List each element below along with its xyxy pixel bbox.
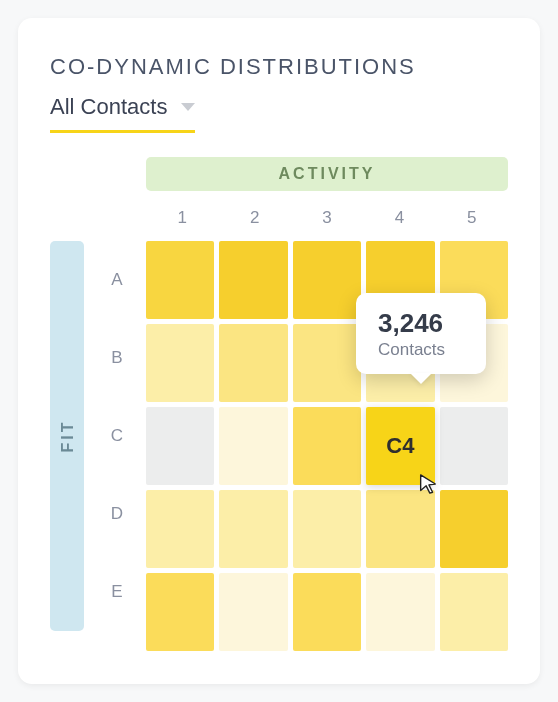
col-header: 5 [436,201,508,235]
heatmap-cell[interactable] [293,241,361,319]
heatmap-cell[interactable] [366,573,434,651]
row-header: D [94,475,140,553]
heatmap-cell[interactable] [146,573,214,651]
heatmap-cell[interactable] [440,573,508,651]
heatmap-cell[interactable] [219,573,287,651]
heatmap-cell[interactable] [219,407,287,485]
tooltip-label: Contacts [378,340,464,360]
heatmap-chart: ACTIVITY FIT 1 2 3 4 5 A B C D E C4 3,24… [50,157,508,637]
col-header: 3 [291,201,363,235]
heatmap-cell[interactable] [293,573,361,651]
col-header: 2 [218,201,290,235]
heatmap-cell[interactable] [440,490,508,568]
cell-tooltip: 3,246 Contacts [356,293,486,374]
x-axis-label: ACTIVITY [146,157,508,191]
column-headers: 1 2 3 4 5 [146,201,508,235]
cursor-icon [417,473,439,495]
heatmap-cell[interactable] [146,324,214,402]
heatmap-cell[interactable] [219,324,287,402]
heatmap-cell[interactable] [146,490,214,568]
heatmap-cell[interactable] [440,407,508,485]
y-axis-label: FIT [50,241,84,631]
col-header: 1 [146,201,218,235]
row-header: C [94,397,140,475]
heatmap-cell[interactable] [146,407,214,485]
filter-dropdown[interactable]: All Contacts [50,94,195,133]
heatmap-cell[interactable] [219,241,287,319]
distribution-card: CO-DYNAMIC DISTRIBUTIONS All Contacts AC… [18,18,540,684]
col-header: 4 [363,201,435,235]
filter-label: All Contacts [50,94,167,120]
heatmap-cell[interactable] [146,241,214,319]
heatmap-cell[interactable]: C4 [366,407,434,485]
tooltip-value: 3,246 [378,309,464,338]
heatmap-cell[interactable] [366,490,434,568]
row-header: B [94,319,140,397]
heatmap-cell[interactable] [293,490,361,568]
row-headers: A B C D E [94,241,140,631]
row-header: E [94,553,140,631]
row-header: A [94,241,140,319]
heatmap-cell[interactable] [293,407,361,485]
heatmap-cell[interactable] [293,324,361,402]
chevron-down-icon [181,103,195,111]
heatmap-cell[interactable] [219,490,287,568]
card-title: CO-DYNAMIC DISTRIBUTIONS [50,54,508,80]
